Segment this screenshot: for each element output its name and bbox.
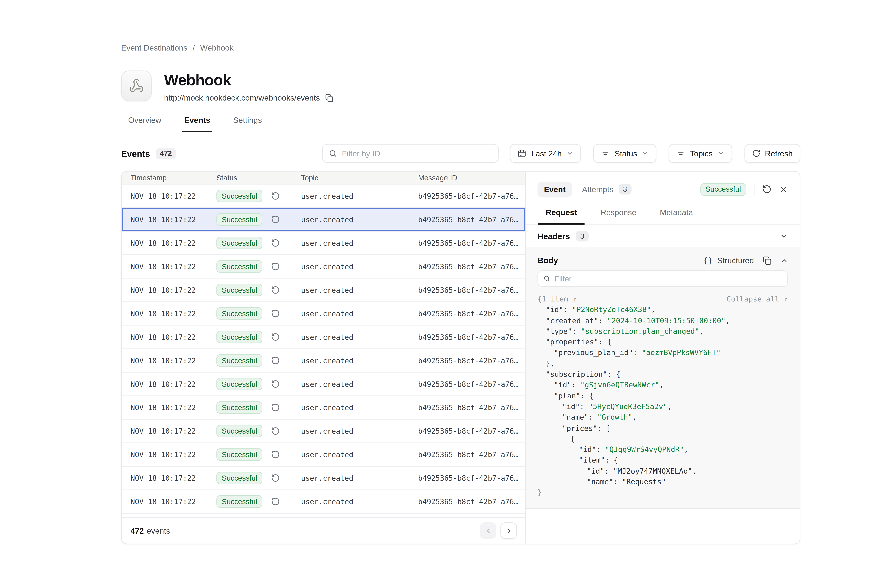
cell-status: Successful xyxy=(216,472,301,484)
copy-body-button[interactable] xyxy=(763,256,771,265)
breadcrumb-current[interactable]: Webhook xyxy=(200,44,233,52)
tab-events[interactable]: Events xyxy=(184,116,210,132)
status-badge: Successful xyxy=(216,307,263,320)
detail-tab-attempts[interactable]: Attempts 3 xyxy=(576,180,638,198)
table-row[interactable]: NOV 18 10:17:22 Successful user.created … xyxy=(122,208,525,231)
retry-event-button[interactable] xyxy=(271,356,280,365)
cell-status: Successful xyxy=(216,401,301,414)
tab-request[interactable]: Request xyxy=(546,206,577,224)
status-badge: Successful xyxy=(216,401,263,414)
table-row[interactable]: NOV 18 10:17:22 Successful user.created … xyxy=(122,349,525,372)
retry-event-button[interactable] xyxy=(271,238,280,248)
table-row[interactable]: NOV 18 10:17:22 Successful user.created … xyxy=(122,466,525,490)
retry-event-button[interactable] xyxy=(271,309,280,318)
next-page-button[interactable] xyxy=(501,522,517,539)
retry-event-button[interactable] xyxy=(762,184,771,194)
table-row[interactable]: NOV 18 10:17:22 Successful user.created … xyxy=(122,326,525,349)
retry-icon xyxy=(271,380,280,388)
table-row[interactable]: NOV 18 10:17:22 Successful user.created … xyxy=(122,420,525,443)
json-line: "id": "gSjvn6eQTBewNWcr", xyxy=(538,380,788,391)
retry-event-button[interactable] xyxy=(271,215,280,224)
cell-status: Successful xyxy=(216,260,301,273)
cell-message-id: b4925365-b8cf-42b7-a76… xyxy=(418,286,525,294)
filter-lines-icon xyxy=(677,149,686,158)
table-row[interactable]: NOV 18 10:17:22 Successful user.created … xyxy=(122,372,525,396)
breadcrumb-section[interactable]: Event Destinations xyxy=(121,44,187,52)
body-actions: {} Structured xyxy=(703,256,788,265)
status-filter-button[interactable]: Status xyxy=(594,144,657,163)
events-count-badge: 472 xyxy=(156,148,176,159)
cell-topic: user.created xyxy=(301,333,418,341)
cell-topic: user.created xyxy=(301,474,418,482)
table-row[interactable]: NOV 18 10:17:22 Successful user.created … xyxy=(122,255,525,279)
cell-topic: user.created xyxy=(301,215,418,224)
cell-message-id: b4925365-b8cf-42b7-a76… xyxy=(418,427,525,435)
cell-status: Successful xyxy=(216,237,301,249)
tab-overview[interactable]: Overview xyxy=(128,116,161,132)
retry-event-button[interactable] xyxy=(271,286,280,294)
retry-event-button[interactable] xyxy=(271,450,280,459)
retry-event-button[interactable] xyxy=(271,380,280,388)
chevron-down-icon[interactable] xyxy=(780,232,788,240)
close-panel-button[interactable] xyxy=(779,185,788,194)
cell-timestamp: NOV 18 10:17:22 xyxy=(131,309,216,318)
retry-event-button[interactable] xyxy=(271,427,280,435)
json-line: "type": "subscription.plan_changed", xyxy=(538,326,788,337)
destination-url: http://mock.hookdeck.com/webhooks/events xyxy=(164,93,320,102)
attempts-count-badge: 3 xyxy=(619,184,631,194)
retry-icon xyxy=(271,427,280,435)
cell-status: Successful xyxy=(216,425,301,437)
refresh-button[interactable]: Refresh xyxy=(744,144,800,163)
previous-page-button[interactable] xyxy=(480,522,496,539)
json-line: "id": "MJ2oy747MNQXELAo", xyxy=(538,466,788,477)
json-line: }, xyxy=(538,358,788,369)
headers-section-toggle[interactable]: Headers 3 xyxy=(526,225,800,248)
tab-metadata[interactable]: Metadata xyxy=(660,206,693,224)
collapse-all-button[interactable]: Collapse all ↑ xyxy=(727,294,788,304)
retry-event-button[interactable] xyxy=(271,262,280,271)
cell-timestamp: NOV 18 10:17:22 xyxy=(131,239,216,247)
table-row[interactable]: NOV 18 10:17:22 Successful user.created … xyxy=(122,396,525,420)
filter-lines-icon xyxy=(601,149,610,158)
table-row[interactable]: NOV 18 10:17:22 Successful user.created … xyxy=(122,231,525,255)
detail-top-bar: Event Attempts 3 Successful xyxy=(526,172,800,206)
chevron-down-icon xyxy=(717,150,724,157)
topics-filter-button[interactable]: Topics xyxy=(669,144,732,163)
collapse-body-button[interactable] xyxy=(780,256,788,264)
json-items-summary[interactable]: {1 item ↑ xyxy=(538,294,577,304)
status-badge: Successful xyxy=(700,183,746,195)
cell-timestamp: NOV 18 10:17:22 xyxy=(131,474,216,482)
retry-event-button[interactable] xyxy=(271,474,280,482)
cell-message-id: b4925365-b8cf-42b7-a76… xyxy=(418,380,525,388)
json-lines: "id": "P2NoRtyZoTc46X3B","created_at": "… xyxy=(538,304,788,498)
detail-tab-event[interactable]: Event xyxy=(538,181,572,197)
table-row[interactable]: NOV 18 10:17:22 Successful user.created … xyxy=(122,490,525,514)
cell-timestamp: NOV 18 10:17:22 xyxy=(131,333,216,341)
table-row[interactable]: NOV 18 10:17:22 Successful user.created … xyxy=(122,302,525,326)
cell-timestamp: NOV 18 10:17:22 xyxy=(131,356,216,364)
cell-status: Successful xyxy=(216,190,301,202)
copy-url-button[interactable] xyxy=(325,94,334,102)
retry-event-button[interactable] xyxy=(271,333,280,341)
time-range-button[interactable]: Last 24h xyxy=(510,144,581,163)
retry-event-button[interactable] xyxy=(271,192,280,200)
cell-timestamp: NOV 18 10:17:22 xyxy=(131,404,216,412)
tab-settings[interactable]: Settings xyxy=(233,116,262,132)
body-filter-input[interactable] xyxy=(555,274,782,283)
cell-timestamp: NOV 18 10:17:22 xyxy=(131,215,216,224)
retry-event-button[interactable] xyxy=(271,497,280,506)
table-row[interactable]: NOV 18 10:17:22 Successful user.created … xyxy=(122,184,525,208)
table-row[interactable]: NOV 18 10:17:22 Successful user.created … xyxy=(122,443,525,466)
table-row[interactable]: NOV 18 10:17:22 Successful user.created … xyxy=(122,279,525,302)
retry-event-button[interactable] xyxy=(271,403,280,412)
page-tabs: Overview Events Settings xyxy=(121,116,800,132)
cell-topic: user.created xyxy=(301,380,418,388)
footer-event-label: events xyxy=(147,526,170,535)
filter-by-id-input[interactable] xyxy=(342,149,492,158)
body-filter-box xyxy=(538,270,788,287)
structured-mode-toggle[interactable]: {} Structured xyxy=(703,256,754,265)
retry-icon xyxy=(271,333,280,341)
cell-topic: user.created xyxy=(301,262,418,271)
table-row[interactable]: NOV 18 10:17:22 Successful user.created … xyxy=(122,514,525,517)
tab-response[interactable]: Response xyxy=(601,206,636,224)
